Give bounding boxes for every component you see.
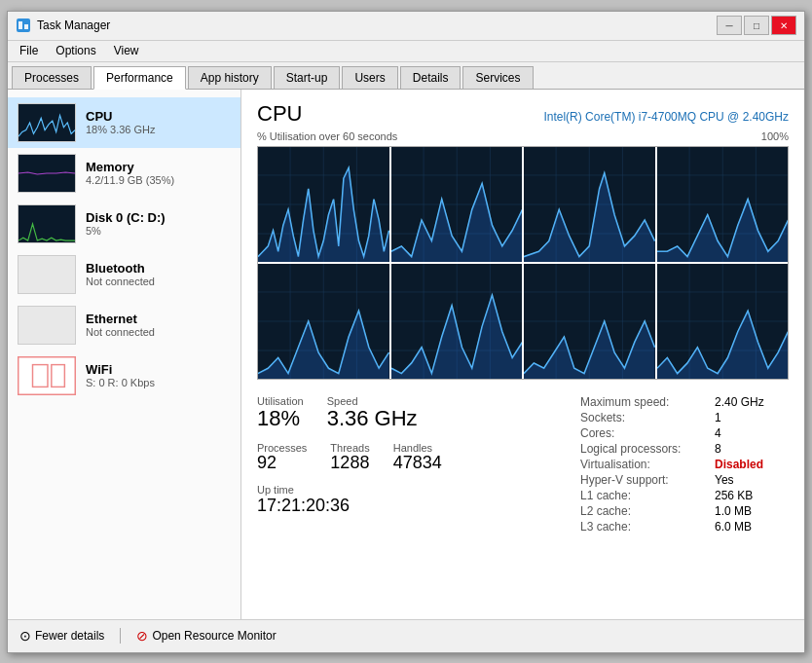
cpu-core-7-graph <box>524 264 655 379</box>
ethernet-thumbnail <box>18 306 76 345</box>
minimize-button[interactable]: ─ <box>717 16 742 35</box>
main-header: CPU Intel(R) Core(TM) i7-4700MQ CPU @ 2.… <box>257 101 789 127</box>
app-icon <box>16 18 31 33</box>
open-resource-monitor-button[interactable]: ⊘ Open Resource Monitor <box>136 628 276 644</box>
main-panel: CPU Intel(R) Core(TM) i7-4700MQ CPU @ 2.… <box>241 90 804 619</box>
title-controls: ─ □ ✕ <box>717 16 796 35</box>
wifi-status: S: 0 R: 0 Kbps <box>86 377 231 388</box>
spec-l2-cache: L2 cache: 1.0 MB <box>580 504 789 518</box>
memory-thumbnail <box>18 154 76 193</box>
title-bar-left: Task Manager <box>16 18 110 33</box>
close-button[interactable]: ✕ <box>771 16 796 35</box>
cpu-core-1-graph <box>258 147 389 262</box>
sidebar-item-memory[interactable]: Memory 4.2/11.9 GB (35%) <box>8 148 240 199</box>
tab-app-history[interactable]: App history <box>188 66 272 89</box>
sidebar-item-ethernet[interactable]: Ethernet Not connected <box>8 300 240 350</box>
processes-value: 92 <box>257 454 307 473</box>
left-stats: Utilisation 18% Speed 3.36 GHz Processes… <box>257 395 565 535</box>
bluetooth-label: Bluetooth <box>86 261 231 276</box>
resource-monitor-icon: ⊘ <box>136 628 148 644</box>
svg-rect-1 <box>18 21 22 29</box>
handles-value: 47834 <box>393 454 442 473</box>
tab-details[interactable]: Details <box>400 66 461 89</box>
wifi-info: WiFi S: 0 R: 0 Kbps <box>86 362 231 388</box>
sidebar-item-bluetooth[interactable]: Bluetooth Not connected <box>8 249 240 300</box>
task-manager-window: Task Manager ─ □ ✕ File Options View Pro… <box>7 11 805 653</box>
ethernet-status: Not connected <box>86 326 231 338</box>
spec-cores: Cores: 4 <box>580 426 789 440</box>
fewer-details-icon: ⊙ <box>19 628 31 644</box>
utilisation-label: Utilisation <box>257 395 304 407</box>
svg-rect-7 <box>18 307 75 344</box>
cpu-usage: 18% 3.36 GHz <box>86 124 231 135</box>
memory-info: Memory 4.2/11.9 GB (35%) <box>86 160 231 186</box>
spec-logical-processors: Logical processors: 8 <box>580 442 789 456</box>
speed-label: Speed <box>327 395 418 407</box>
uptime-value: 17:21:20:36 <box>257 496 565 516</box>
menu-file[interactable]: File <box>12 42 46 59</box>
disk-info: Disk 0 (C: D:) 5% <box>86 210 231 237</box>
tab-performance[interactable]: Performance <box>93 66 186 90</box>
handles-label: Handles <box>393 442 442 454</box>
tab-services[interactable]: Services <box>462 66 533 89</box>
processes-threads-handles-row: Processes 92 Threads 1288 Handles 47834 <box>257 442 565 473</box>
menu-bar: File Options View <box>8 41 804 62</box>
cpu-core-5-graph <box>258 264 389 379</box>
spec-l3-cache: L3 cache: 6.0 MB <box>580 520 789 534</box>
uptime-section: Up time 17:21:20:36 <box>257 484 565 516</box>
open-resource-monitor-label: Open Resource Monitor <box>152 629 276 643</box>
cpu-core-3-graph <box>524 147 655 262</box>
ethernet-label: Ethernet <box>86 312 231 326</box>
speed-value: 3.36 GHz <box>327 407 418 430</box>
cpu-info: CPU 18% 3.36 GHz <box>86 109 231 135</box>
cpu-core-6-graph <box>391 264 523 379</box>
threads-label: Threads <box>330 442 369 454</box>
bluetooth-thumbnail <box>18 255 76 294</box>
wifi-label: WiFi <box>86 362 231 377</box>
svg-rect-8 <box>18 357 75 394</box>
stats-section: Utilisation 18% Speed 3.36 GHz Processes… <box>257 395 789 535</box>
ethernet-info: Ethernet Not connected <box>86 312 231 338</box>
fewer-details-button[interactable]: ⊙ Fewer details <box>19 628 104 644</box>
spec-virtualisation: Virtualisation: Disabled <box>580 458 789 471</box>
sidebar-item-wifi[interactable]: WiFi S: 0 R: 0 Kbps <box>8 350 240 401</box>
utilisation-speed-row: Utilisation 18% Speed 3.36 GHz <box>257 395 565 430</box>
spec-l1-cache: L1 cache: 256 KB <box>580 489 789 502</box>
fewer-details-label: Fewer details <box>35 629 104 643</box>
sidebar-item-cpu[interactable]: CPU 18% 3.36 GHz <box>8 97 240 148</box>
cpu-thumbnail <box>18 103 76 142</box>
svg-rect-2 <box>24 24 28 29</box>
tab-users[interactable]: Users <box>342 66 397 89</box>
processes-label: Processes <box>257 442 307 454</box>
menu-options[interactable]: Options <box>48 42 103 59</box>
utilisation-stat: Utilisation 18% <box>257 395 304 430</box>
memory-usage: 4.2/11.9 GB (35%) <box>86 174 231 186</box>
cpu-label: CPU <box>86 109 231 124</box>
panel-subtitle: Intel(R) Core(TM) i7-4700MQ CPU @ 2.40GH… <box>543 110 789 124</box>
disk-thumbnail <box>18 204 76 243</box>
title-bar: Task Manager ─ □ ✕ <box>8 12 804 41</box>
svg-rect-5 <box>18 205 75 242</box>
threads-value: 1288 <box>330 454 369 473</box>
spec-sockets: Sockets: 1 <box>580 411 789 424</box>
cpu-core-8-graph <box>657 264 789 379</box>
cpu-core-2-graph <box>391 147 523 262</box>
svg-rect-3 <box>18 104 75 141</box>
sidebar-item-disk[interactable]: Disk 0 (C: D:) 5% <box>8 199 240 249</box>
disk-label: Disk 0 (C: D:) <box>86 210 231 225</box>
disk-usage: 5% <box>86 225 231 237</box>
bluetooth-info: Bluetooth Not connected <box>86 261 231 287</box>
bottom-bar: ⊙ Fewer details ⊘ Open Resource Monitor <box>8 619 804 652</box>
panel-title: CPU <box>257 101 302 127</box>
maximize-button[interactable]: □ <box>744 16 769 35</box>
utilisation-value: 18% <box>257 407 304 430</box>
cpu-graphs-grid <box>257 146 789 380</box>
specs-section: Maximum speed: 2.40 GHz Sockets: 1 Cores… <box>565 395 789 535</box>
tab-startup[interactable]: Start-up <box>274 66 341 89</box>
uptime-label: Up time <box>257 484 565 496</box>
bluetooth-status: Not connected <box>86 276 231 287</box>
menu-view[interactable]: View <box>106 42 147 59</box>
content-area: CPU 18% 3.36 GHz Memory 4.2/11.9 GB (35%… <box>8 90 804 619</box>
tab-processes[interactable]: Processes <box>12 66 92 89</box>
threads-stat: Threads 1288 <box>330 442 369 473</box>
